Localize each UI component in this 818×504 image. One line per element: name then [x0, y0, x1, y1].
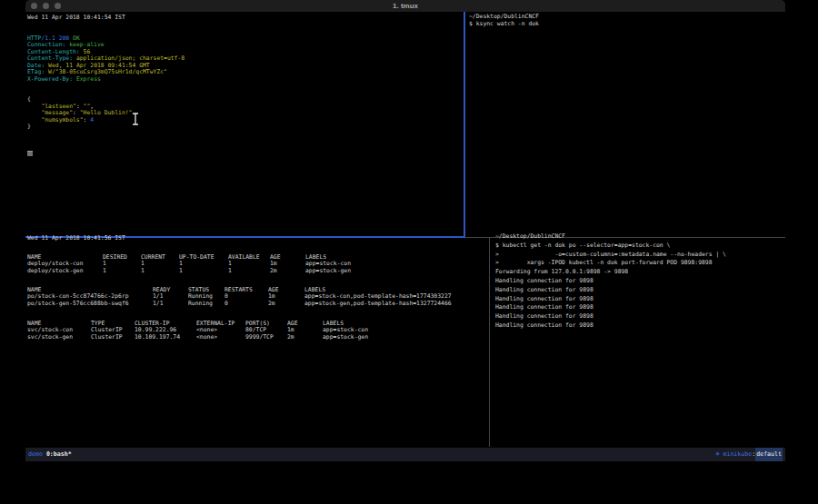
table-cell: 1	[228, 261, 270, 267]
table-cell: 0	[224, 293, 268, 300]
terminal-line: Handling connection for 9898	[495, 286, 791, 295]
table-cell: 1	[179, 268, 228, 274]
terminal-line: > -o=custom-columns=:metadata.name --no-…	[495, 251, 791, 260]
pane-bottom-right-lines: ~/Desktop/DublinCNCF$ kubectl get -n dok…	[495, 232, 791, 331]
table-cell: ClusterIP	[91, 334, 135, 341]
terminal-line: $ ksync watch -n dok	[469, 21, 789, 28]
table-cell: DESIRED	[103, 254, 141, 261]
terminal-line	[27, 144, 465, 152]
table-cell: 1	[179, 261, 228, 267]
tmux-window-tab[interactable]: 0:bash*	[46, 448, 72, 461]
table-cell: 1	[103, 261, 141, 267]
block-cursor	[27, 151, 33, 156]
pane-top-right-lines: ~/Desktop/DublinCNCF$ ksync watch -n dok	[469, 14, 789, 27]
pane-top-left[interactable]: Wed 11 Apr 2018 10:41:54 IST HTTP/1.1 20…	[25, 12, 465, 239]
terminal-line	[27, 22, 465, 29]
terminal-line: Handling connection for 9898	[495, 295, 791, 304]
table-cell: 2m	[270, 268, 305, 274]
table-cell: app=stock-gen,pod-template-hash=13277244…	[304, 301, 452, 307]
kube-namespace: default	[755, 448, 783, 461]
table-cell: CURRENT	[141, 254, 179, 261]
table-cell: 2m	[268, 301, 304, 307]
window-title: 1. tmux	[25, 0, 785, 12]
kube-context: minikube	[723, 448, 752, 461]
tmux-status-bar: demo 0:bash* ☸ minikube : default	[25, 448, 785, 461]
table-cell: po/stock-gen-576cc688bb-swqf6	[27, 301, 153, 307]
table-cell: 1/1	[153, 301, 188, 307]
table-cell: AVAILABLE	[228, 254, 270, 261]
table-cell: 9999/TCP	[245, 334, 287, 341]
pods-table: NAMEREADYSTATUSRESTARTSAGELABELSpo/stock…	[27, 287, 452, 307]
terminal-line: Handling connection for 9898	[495, 312, 791, 321]
table-cell: 1	[141, 268, 179, 274]
table-cell: 10.109.197.74	[135, 334, 196, 341]
terminal-line: Handling connection for 9898	[495, 277, 791, 286]
terminal-line	[27, 151, 465, 158]
terminal-line	[27, 28, 465, 35]
table-cell: <none>	[196, 334, 245, 341]
table-cell: 1	[141, 261, 179, 267]
terminal-line: Handling connection for 9898	[495, 321, 791, 331]
terminal-line	[27, 137, 465, 144]
pane-bottom-right[interactable]: ~/Desktop/DublinCNCF$ kubectl get -n dok…	[490, 226, 791, 454]
pane-top-left-lines: Wed 11 Apr 2018 10:41:54 IST HTTP/1.1 20…	[27, 15, 465, 158]
table-cell: UP-TO-DATE	[179, 254, 228, 261]
window-titlebar[interactable]: 1. tmux	[25, 0, 785, 12]
terminal-line: Handling connection for 9898	[495, 303, 791, 312]
terminal-line: "numsymbols": 4	[27, 117, 465, 124]
table-cell: app=stock-gen	[305, 268, 351, 274]
table-cell: app=stock-gen	[323, 334, 368, 341]
terminal-line: > xargs -IPOD kubectl -n dok port-forwar…	[495, 259, 791, 268]
terminal-line: $ kubectl get -n dok po --selector=app=s…	[495, 242, 791, 251]
terminal-line	[27, 131, 465, 138]
table-cell: deploy/stock-gen	[27, 268, 103, 274]
terminal-line: Connection: keep-alive	[27, 42, 465, 49]
deployments-table: NAMEDESIREDCURRENTUP-TO-DATEAVAILABLEAGE…	[27, 254, 351, 274]
table-cell: 1	[103, 268, 141, 274]
terminal-line	[27, 90, 465, 97]
table-cell: svc/stock-gen	[27, 334, 91, 341]
table-cell: 1	[228, 268, 270, 274]
watch-timestamp: Wed 11 Apr 2018 10:41:56 IST	[27, 234, 125, 242]
mouse-ibeam-cursor	[131, 112, 140, 129]
terminal-line: ~/Desktop/DublinCNCF	[495, 232, 791, 242]
pane-top-right[interactable]: ~/Desktop/DublinCNCF$ ksync watch -n dok	[465, 12, 789, 238]
table-cell: RESTARTS	[224, 287, 268, 293]
terminal-line: }	[27, 124, 465, 131]
terminal-line: X-Powered-By: Express	[27, 76, 465, 84]
terminal-line: Wed 11 Apr 2018 10:41:54 IST	[27, 15, 465, 22]
table-cell: 2m	[287, 334, 323, 341]
table-cell: Running	[188, 301, 224, 307]
terminal-line: Forwarding from 127.0.0.1:9898 -> 9898	[495, 268, 791, 277]
table-cell: 0	[224, 301, 268, 307]
pane-bottom-left[interactable]: Wed 11 Apr 2018 10:41:56 IST NAMEDESIRED…	[25, 226, 488, 448]
services-table: NAMETYPECLUSTER-IPEXTERNAL-IPPORT(S)AGEL…	[27, 321, 368, 341]
tmux-session-name: demo	[28, 448, 43, 461]
terminal-window: 1. tmux Wed 11 Apr 2018 10:41:54 IST HTT…	[25, 0, 785, 461]
terminal-line	[27, 83, 465, 90]
